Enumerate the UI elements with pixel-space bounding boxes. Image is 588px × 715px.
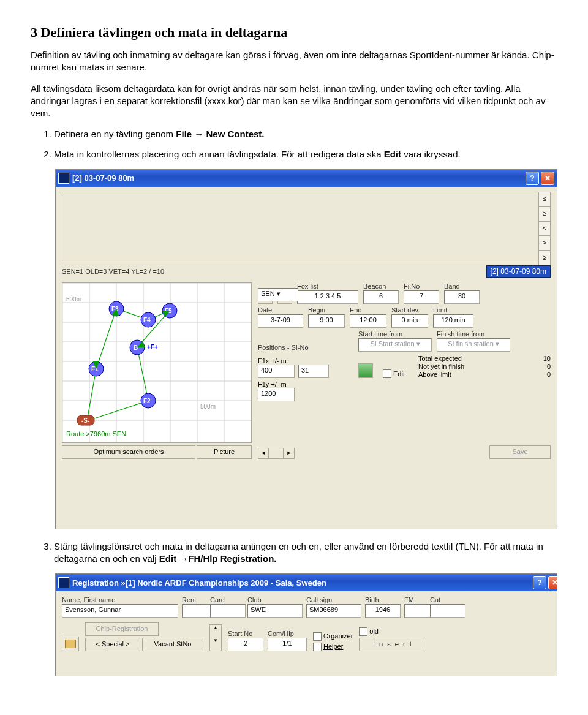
f1y-label: F1y +/- m <box>258 380 353 388</box>
call-label: Call sign <box>306 596 361 603</box>
vacant-button[interactable]: Vacant StNo <box>142 638 203 651</box>
startdev-field[interactable]: 0 min <box>391 314 428 328</box>
band-label: Band <box>444 282 480 290</box>
route-text: Route >7960m SEN <box>66 430 126 437</box>
registration-dialog: Registration »[1] Nordic ARDF Championsh… <box>55 573 557 676</box>
startno-label: Start No <box>228 630 262 637</box>
special-button[interactable]: < Special > <box>85 638 140 651</box>
end-label: End <box>350 306 386 314</box>
limit-field[interactable]: 120 min <box>433 314 473 328</box>
contest-selector[interactable]: [2] 03-07-09 80m <box>486 265 551 278</box>
side-btn-4[interactable]: ≥ <box>538 251 551 265</box>
step-2: Mata in kontrollernas placering och anna… <box>54 148 557 161</box>
date-field[interactable]: 3-7-09 <box>258 314 303 328</box>
insert-button[interactable]: I n s e r t <box>359 638 426 651</box>
equation-label: SEN=1 OLD=3 VET=4 YL=2 / =10 <box>62 268 164 275</box>
svg-text:F4: F4 <box>143 317 151 323</box>
begin-label: Begin <box>308 306 345 314</box>
f1x-label: F1x +/- m <box>258 357 353 365</box>
sen-dropdown[interactable]: SEN ▾ <box>258 288 298 301</box>
close-button[interactable]: ✕ <box>541 172 554 185</box>
card-field[interactable] <box>210 604 246 618</box>
svg-text:-S-: -S- <box>81 417 89 424</box>
startfrom-field: SI Start station ▾ <box>358 338 432 352</box>
paragraph-1: Definition av tävling och inmatning av d… <box>31 49 557 74</box>
top-list-area <box>62 192 551 260</box>
limit-label: Limit <box>433 306 473 314</box>
birth-field[interactable]: 1946 <box>365 604 401 618</box>
name-field[interactable]: Svensson, Gunnar <box>62 604 178 618</box>
beacon-field[interactable]: 6 <box>363 290 399 304</box>
cat-label: Cat <box>430 596 457 603</box>
open-file-button[interactable] <box>62 637 79 651</box>
picture-button[interactable]: Picture <box>197 445 252 459</box>
side-button-column: ≤ ≥ < > ≥ <box>538 192 551 265</box>
h-scroll[interactable]: ◄► <box>258 448 295 459</box>
foxlist-field[interactable]: 1 2 3 4 5 <box>297 290 358 304</box>
end-field[interactable]: 12:00 <box>350 314 386 328</box>
date-label: Date <box>258 306 303 314</box>
comhlp-field[interactable]: 1/1 <box>268 638 307 651</box>
close-button[interactable]: ✕ <box>548 576 557 589</box>
help-button[interactable]: ? <box>533 576 546 589</box>
begin-field[interactable]: 9:00 <box>308 314 345 328</box>
f1x-a-field[interactable]: 400 <box>258 365 295 378</box>
window-title: [2] 03-07-09 80m <box>72 173 134 183</box>
club-field[interactable]: SWE <box>247 604 303 618</box>
f1x-b-field[interactable]: 31 <box>298 365 329 378</box>
birth-label: Birth <box>365 596 401 603</box>
call-field[interactable]: SM06689 <box>306 604 361 618</box>
fox-map: 500m 500m -S- F1 F3 F4 F5 B +F+ F2 Route… <box>62 282 252 443</box>
startno-field[interactable]: 2 <box>228 638 263 651</box>
fm-label: FM <box>404 596 426 603</box>
side-btn-1[interactable]: ≥ <box>538 206 551 221</box>
svg-text:+F+: +F+ <box>147 344 158 350</box>
contest-titlebar: [2] 03-07-09 80m ? ✕ <box>56 170 557 187</box>
edit-checkbox[interactable]: Edit <box>383 369 405 378</box>
svg-text:B: B <box>134 344 138 351</box>
step-3: Stäng tävlingsfönstret och mata in delta… <box>54 540 557 566</box>
app-icon <box>58 173 69 184</box>
rent-label: Rent <box>182 596 206 603</box>
band-field[interactable]: 80 <box>444 290 480 304</box>
fino-field[interactable]: 7 <box>404 290 439 304</box>
contest-dialog: [2] 03-07-09 80m ? ✕ ≤ ≥ < > ≥ SEN=1 OLD… <box>55 169 557 529</box>
reg-titlebar: Registration »[1] Nordic ARDF Championsh… <box>56 574 557 591</box>
help-button[interactable]: ? <box>526 172 539 185</box>
side-btn-3[interactable]: > <box>538 236 551 251</box>
stat3-label: Above limit <box>418 371 451 378</box>
positions-label: Positions - SI-No <box>258 344 353 351</box>
organizer-checkbox[interactable]: Organizer <box>313 632 353 641</box>
club-label: Club <box>247 596 303 603</box>
comhlp-label: Com/Hlp <box>268 630 307 637</box>
old-checkbox[interactable]: old <box>359 627 426 636</box>
stat1-value: 10 <box>543 355 551 362</box>
name-label: Name, First name <box>62 596 178 603</box>
helper-checkbox[interactable]: Helper <box>313 643 353 651</box>
cat-field[interactable] <box>430 604 466 618</box>
svg-text:F1: F1 <box>91 366 99 373</box>
map-icon[interactable] <box>358 363 373 378</box>
foxlist-label: Fox list <box>297 282 358 290</box>
fino-label: Fi.No <box>404 282 439 290</box>
finishfrom-label: Finish time from <box>437 330 510 338</box>
folder-icon <box>65 640 76 648</box>
section-heading: 3 Definiera tävlingen och mata in deltag… <box>31 25 557 40</box>
optimum-search-button[interactable]: Optimum search orders <box>62 445 195 459</box>
f1y-a-field[interactable]: 1200 <box>258 388 295 401</box>
chip-reg-button: Chip-Registration <box>85 622 159 636</box>
app-icon <box>58 577 69 588</box>
card-label: Card <box>210 596 244 603</box>
side-btn-0[interactable]: ≤ <box>538 192 551 206</box>
spinner[interactable]: ▲▼ <box>209 624 222 651</box>
stat2-value: 0 <box>547 363 551 370</box>
startdev-label: Start dev. <box>391 306 428 314</box>
svg-text:500m: 500m <box>66 296 81 303</box>
finishfrom-field: SI finish station ▾ <box>437 338 510 352</box>
paragraph-2: All tävlingsdata liksom deltagardata kan… <box>31 83 557 120</box>
side-btn-2[interactable]: < <box>538 221 551 236</box>
svg-text:500m: 500m <box>200 403 216 410</box>
save-button: Save <box>489 445 551 459</box>
beacon-label: Beacon <box>363 282 399 290</box>
svg-text:F2: F2 <box>143 398 151 404</box>
